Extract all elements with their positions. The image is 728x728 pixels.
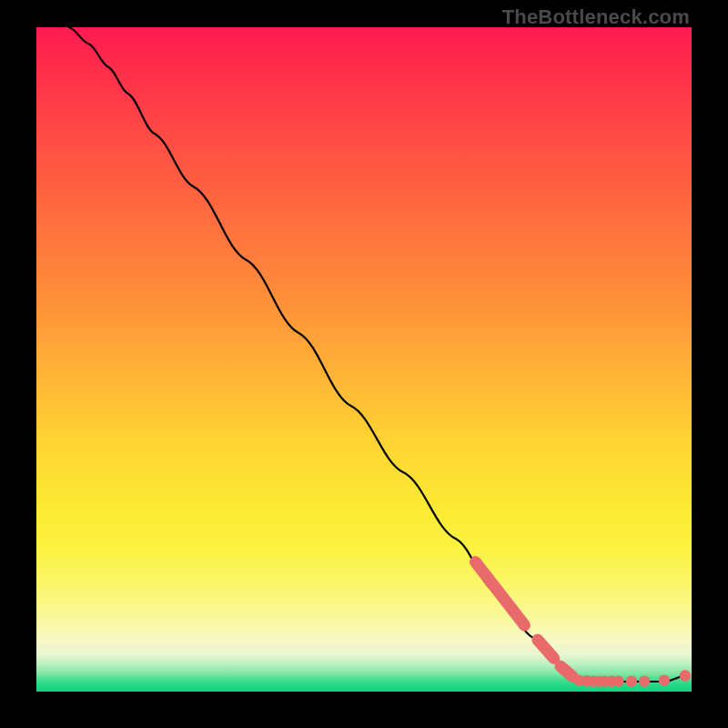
watermark-text: TheBottleneck.com bbox=[502, 5, 690, 29]
svg-line-0 bbox=[475, 562, 524, 625]
svg-point-12 bbox=[659, 674, 670, 685]
svg-line-2 bbox=[561, 666, 572, 676]
chart-stage: TheBottleneck.com bbox=[0, 0, 728, 728]
svg-line-1 bbox=[538, 640, 554, 658]
svg-point-10 bbox=[626, 676, 637, 687]
plot-area bbox=[36, 27, 692, 692]
bottleneck-curve bbox=[69, 27, 685, 682]
svg-point-13 bbox=[680, 670, 691, 681]
svg-point-9 bbox=[612, 676, 623, 687]
svg-point-11 bbox=[639, 676, 650, 687]
chart-overlay bbox=[36, 27, 692, 692]
highlight-segments bbox=[475, 562, 572, 677]
